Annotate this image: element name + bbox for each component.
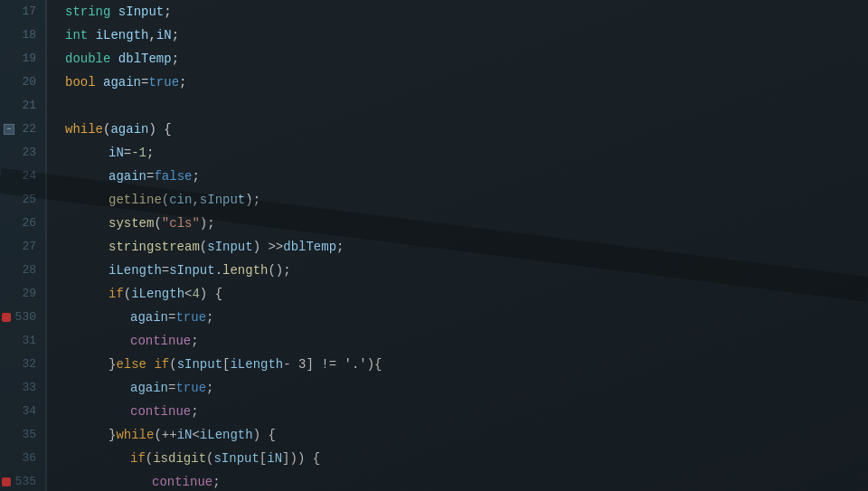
code-line-27: stringstream ( sInput ) >> dblTemp ; [65, 235, 868, 259]
breakpoint-37[interactable] [2, 477, 11, 486]
token-type: double [65, 47, 110, 71]
code-line-531: continue ; [65, 329, 868, 353]
line-num-27: 27 [0, 235, 45, 259]
line-num-25: 25 [0, 188, 45, 212]
line-num-36: 36 [0, 447, 45, 470]
line-num-17: 17 [0, 0, 45, 24]
code-line-535: } while (++ iN < iLength ) { [65, 423, 868, 447]
line-num-28: 28 [0, 259, 45, 282]
code-line-18: int iLength , iN ; [65, 24, 868, 47]
code-line-23: iN = -1 ; [65, 141, 868, 165]
code-line-17: string sInput ; [65, 0, 868, 24]
token-var: sInput [118, 0, 164, 24]
code-line-22: while ( again ) { [65, 118, 868, 141]
line-num-29: 29 [0, 282, 45, 306]
code-line-19: double dblTemp ; [65, 47, 868, 71]
token-type: string [65, 0, 110, 24]
code-editor: 17 18 19 20 21 − 22 23 24 25 26 27 28 29… [0, 0, 868, 491]
line-num-30: 530 [0, 306, 45, 329]
code-line-532: } else if ( sInput [ iLength - 3] != '.'… [65, 353, 868, 376]
line-num-37: 535 [0, 470, 45, 491]
line-num-33: 33 [0, 376, 45, 400]
code-line-21 [65, 94, 868, 118]
code-line-28: iLength = sInput . length (); [65, 259, 868, 282]
line-num-18: 18 [0, 24, 45, 47]
line-num-20: 20 [0, 71, 45, 94]
line-num-32: 32 [0, 353, 45, 376]
line-numbers-gutter: 17 18 19 20 21 − 22 23 24 25 26 27 28 29… [0, 0, 47, 491]
line-num-34: 34 [0, 400, 45, 423]
token-kw-bool: bool [65, 71, 96, 94]
code-content: string sInput ; int iLength , iN ; doubl… [47, 0, 868, 491]
line-num-21: 21 [0, 94, 45, 118]
line-num-19: 19 [0, 47, 45, 71]
fold-marker[interactable]: − [4, 124, 14, 135]
line-num-35: 35 [0, 423, 45, 447]
code-line-533: again = true ; [65, 376, 868, 400]
code-line-24: again = false ; [65, 165, 868, 188]
code-line-537: continue ; [65, 470, 868, 491]
code-line-530: again = true ; [65, 306, 868, 329]
line-num-24: 24 [0, 165, 45, 188]
code-line-26: system ( "cls" ); [65, 212, 868, 235]
line-num-22: − 22 [0, 118, 45, 141]
token-kw-while: while [65, 118, 103, 141]
line-num-23: 23 [0, 141, 45, 165]
code-line-29: if ( iLength < 4 ) { [65, 282, 868, 306]
token-type: int [65, 24, 88, 47]
code-line-20: bool again = true ; [65, 71, 868, 94]
line-num-31: 31 [0, 329, 45, 353]
line-num-26: 26 [0, 212, 45, 235]
code-line-25: getline ( cin , sInput ); [65, 188, 868, 212]
breakpoint-30[interactable] [2, 313, 11, 322]
code-line-534: continue ; [65, 400, 868, 423]
code-line-536: if ( isdigit ( sInput [ iN ])) { [65, 447, 868, 470]
